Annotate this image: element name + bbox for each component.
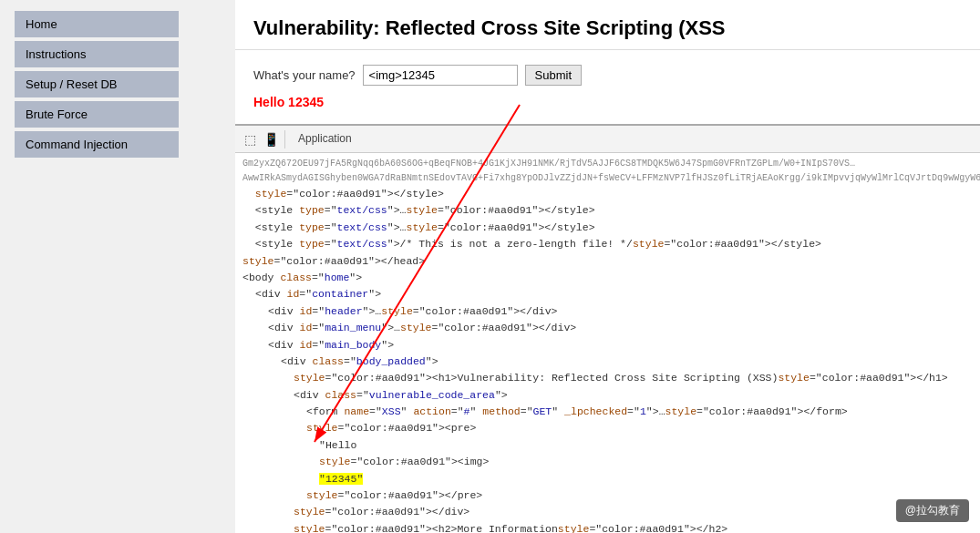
code-line: style="color:#aa0d91"><h1>Vulnerability:… — [242, 370, 980, 386]
code-line: <div class="body_padded"> — [242, 354, 980, 370]
hello-result: Hello 12345 — [253, 95, 980, 109]
devtools-content: Gm2yxZQ672OEU97jFA5RgNqq6bA60S6OG+qBeqFN… — [235, 153, 980, 533]
submit-button[interactable]: Submit — [525, 65, 582, 86]
cursor-icon[interactable]: ⬚ — [242, 130, 258, 149]
mobile-icon[interactable]: 📱 — [262, 130, 281, 149]
form-row: What's your name? Submit — [253, 65, 980, 86]
code-line: style="color:#aa0d91"></pre> — [242, 487, 980, 504]
code-line: Gm2yxZQ672OEU97jFA5RgNqq6bA60S6OG+qBeqFN… — [242, 157, 980, 171]
sidebar-btn-brute-force[interactable]: Brute Force — [15, 101, 179, 128]
sidebar-btn-home[interactable]: Home — [15, 11, 179, 37]
code-line: "Hello — [242, 437, 980, 454]
code-line: <style type="text/css">…style="color:#aa… — [242, 202, 980, 219]
devtools-tab-application[interactable]: Application — [289, 128, 381, 150]
code-line: <body class="home"> — [242, 270, 980, 286]
main-content: Vulnerability: Reflected Cross Site Scri… — [235, 0, 980, 533]
code-line: style="color:#aa0d91"><pre> — [242, 420, 980, 436]
code-line: <div id="main_body"> — [242, 337, 980, 354]
code-line: "12345" — [242, 471, 980, 487]
code-line: style="color:#aa0d91"></head> — [242, 253, 980, 270]
code-line: <div id="header">…style="color:#aa0d91">… — [242, 303, 980, 320]
sidebar-btn-setup-reset[interactable]: Setup / Reset DB — [15, 71, 179, 97]
code-line: <style type="text/css">/* This is not a … — [242, 236, 980, 252]
name-input[interactable] — [363, 65, 518, 86]
sidebar-btn-instructions[interactable]: Instructions — [15, 41, 179, 67]
devtools-icons: ⬚ 📱 — [239, 130, 285, 149]
devtools-panel: ⬚ 📱 ElementsConsoleSourcesNetworkPerform… — [235, 124, 980, 533]
code-line: style="color:#aa0d91"><img> — [242, 454, 980, 470]
form-area: What's your name? Submit Hello 12345 — [235, 50, 980, 124]
code-line: <div id="container"> — [242, 286, 980, 302]
code-line: <div id="main_menu">…style="color:#aa0d9… — [242, 320, 980, 336]
page-header: Vulnerability: Reflected Cross Site Scri… — [235, 0, 980, 50]
form-label: What's your name? — [253, 68, 356, 82]
watermark: @拉勾教育 — [896, 499, 969, 522]
code-line: style="color:#aa0d91"><h2>More Informati… — [242, 521, 980, 533]
sidebar-btn-command-injection[interactable]: Command Injection — [15, 131, 179, 158]
code-line: style="color:#aa0d91"></div> — [242, 504, 980, 520]
devtools-tabs: ⬚ 📱 ElementsConsoleSourcesNetworkPerform… — [235, 126, 980, 153]
page-title: Vulnerability: Reflected Cross Site Scri… — [253, 16, 980, 40]
code-line: <div class="vulnerable_code_area"> — [242, 387, 980, 404]
code-line: style="color:#aa0d91"></style> — [242, 186, 980, 202]
code-line: <style type="text/css">…style="color:#aa… — [242, 220, 980, 236]
code-line: <form name="XSS" action="#" method="GET"… — [242, 404, 980, 420]
code-line: AwwIRkASmydAGISGhyben0WGA7dRaBNmtnSEdovT… — [242, 171, 980, 186]
sidebar: HomeInstructionsSetup / Reset DBBrute Fo… — [0, 0, 235, 533]
